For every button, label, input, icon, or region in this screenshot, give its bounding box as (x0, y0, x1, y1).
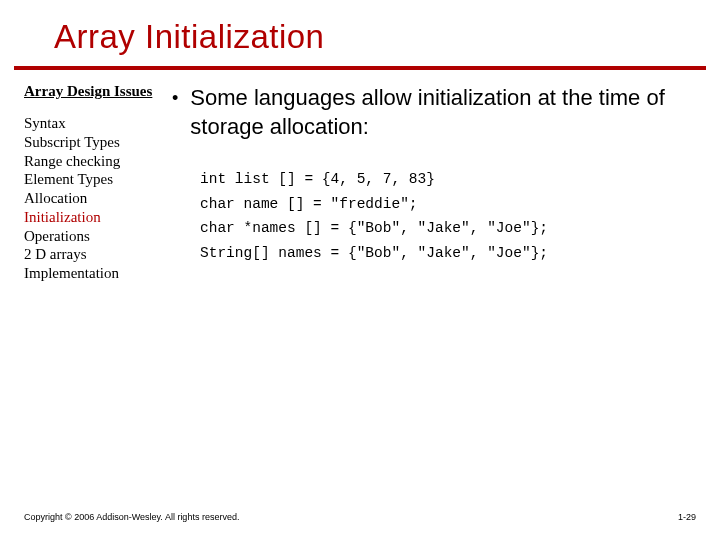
slide-title: Array Initialization (0, 0, 720, 64)
code-line-4: String[] names = {"Bob", "Jake", "Joe"}; (200, 241, 700, 266)
sidebar-item-allocation: Allocation (24, 189, 164, 208)
sidebar-item-subscript-types: Subscript Types (24, 133, 164, 152)
slide: Array Initialization Array Design Issues… (0, 0, 720, 540)
code-line-1: int list [] = {4, 5, 7, 83} (200, 167, 700, 192)
bullet-text: Some languages allow initialization at t… (190, 84, 700, 141)
slide-body: Array Design Issues Syntax Subscript Typ… (0, 70, 720, 283)
sidebar-item-range-checking: Range checking (24, 152, 164, 171)
sidebar-item-syntax: Syntax (24, 114, 164, 133)
sidebar-heading: Array Design Issues (24, 82, 164, 100)
sidebar-item-2d-arrays: 2 D arrays (24, 245, 164, 264)
sidebar-item-initialization: Initialization (24, 208, 164, 227)
code-line-3: char *names [] = {"Bob", "Jake", "Joe"}; (200, 216, 700, 241)
bullet-icon: • (172, 84, 178, 112)
sidebar-list: Syntax Subscript Types Range checking El… (24, 114, 164, 283)
code-block: int list [] = {4, 5, 7, 83} char name []… (200, 167, 700, 266)
page-number: 1-29 (678, 512, 696, 522)
copyright-text: Copyright © 2006 Addison-Wesley. All rig… (24, 512, 239, 522)
main-content: • Some languages allow initialization at… (164, 80, 700, 283)
sidebar-item-operations: Operations (24, 227, 164, 246)
sidebar-item-implementation: Implementation (24, 264, 164, 283)
footer: Copyright © 2006 Addison-Wesley. All rig… (24, 512, 696, 522)
bullet-item: • Some languages allow initialization at… (172, 84, 700, 141)
code-line-2: char name [] = "freddie"; (200, 192, 700, 217)
sidebar-item-element-types: Element Types (24, 170, 164, 189)
sidebar: Array Design Issues Syntax Subscript Typ… (24, 80, 164, 283)
